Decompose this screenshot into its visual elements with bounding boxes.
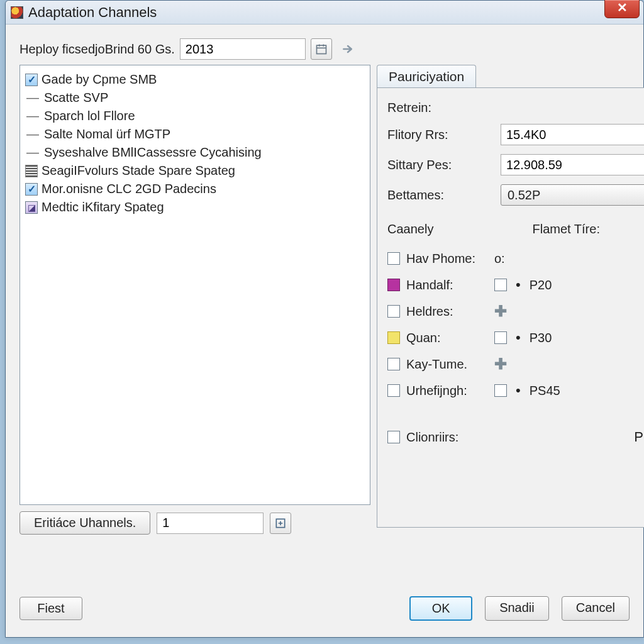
- flamet-tag: P20: [530, 278, 552, 292]
- list-item[interactable]: —Syseshalve BMlICassessre Cycahising: [24, 143, 366, 162]
- sittary-label: Sittary Pes:: [387, 158, 494, 172]
- item-checkbox[interactable]: [25, 201, 38, 214]
- year-input[interactable]: [180, 38, 306, 60]
- tree-branch-icon: —: [25, 127, 40, 142]
- clionriirs-checkbox[interactable]: [387, 431, 400, 443]
- caanely-label: Heldres:: [406, 304, 488, 319]
- caanely-checkbox[interactable]: [387, 305, 400, 318]
- caanely-label: Urhefijngh:: [406, 384, 488, 398]
- plus-icon[interactable]: ✚: [494, 303, 507, 320]
- flamet-checkbox[interactable]: [494, 384, 507, 397]
- svg-rect-0: [316, 45, 326, 53]
- caanely-checkbox[interactable]: [387, 331, 400, 344]
- close-button[interactable]: ✕: [604, 0, 640, 18]
- dialog-footer: Fiest OK Snadii Cancel: [6, 582, 643, 637]
- cancel-button[interactable]: Cancel: [562, 596, 630, 621]
- caanely-row: Urhefijngh:•PS45: [387, 377, 644, 404]
- bullet-icon: •: [516, 330, 521, 346]
- list-item-label: Gade by Cpme SMB: [42, 72, 157, 87]
- sittary-input[interactable]: [501, 154, 644, 175]
- clionriirs-label: Clionriirs:: [406, 430, 488, 445]
- retrein-label: Retrein:: [387, 101, 644, 115]
- top-row: Heploy ficsedjoBrind 60 Gs.: [19, 38, 630, 60]
- bettames-label: Bettames:: [387, 188, 494, 203]
- clionriirs-row: Clionriirs: PCTS: [387, 424, 644, 450]
- caanely-checkbox[interactable]: [387, 358, 400, 370]
- refresh-icon: [274, 517, 287, 530]
- dialog-window: Adaptation Channels ✕ Heploy ficsedjoBri…: [5, 0, 644, 638]
- main-columns: Gade by Cpme SMB—Scatte SVP—Sparch lol F…: [19, 65, 630, 575]
- row-bettames: Bettames: 0.52P: [387, 184, 644, 206]
- caanely-label: Hav Phome:: [406, 252, 488, 266]
- caanely-checkbox[interactable]: [387, 279, 400, 291]
- caanely-header-row: Caanely Flamet Tíre:: [387, 218, 644, 236]
- fiest-button[interactable]: Fiest: [19, 597, 82, 620]
- flitory-label: Flitory Rrs:: [387, 128, 494, 142]
- caanely-row: Hav Phome:o:: [387, 245, 644, 272]
- list-item[interactable]: Mor.onisne CLC 2GD Padecins: [24, 180, 366, 198]
- entice-channels-button[interactable]: Eritiáce Uhannels.: [19, 511, 150, 535]
- calendar-button[interactable]: [311, 38, 332, 60]
- app-icon: [11, 6, 23, 19]
- bullet-icon: •: [516, 277, 521, 293]
- tree-branch-icon: —: [25, 145, 40, 160]
- bettames-combo[interactable]: 0.52P: [501, 184, 644, 206]
- caanely-head: Caanely: [387, 222, 526, 236]
- bettames-value: 0.52P: [508, 188, 540, 203]
- calendar-icon: [315, 43, 328, 55]
- refresh-button[interactable]: [270, 513, 291, 534]
- list-item-label: Syseshalve BMlICassessre Cycahising: [44, 145, 262, 160]
- list-item-label: Medtic iKfitary Spateg: [42, 200, 164, 214]
- list-item[interactable]: —Salte Nomal ürf MGTP: [24, 125, 366, 143]
- bottom-left-row: Eritiáce Uhannels.: [19, 511, 370, 535]
- list-item-label: Mor.onisne CLC 2GD Padecins: [42, 182, 216, 196]
- go-button[interactable]: [337, 38, 358, 60]
- right-column: Pauriciyation Retrein: Flitory Rrs: Sitt…: [377, 65, 644, 575]
- close-icon: ✕: [617, 1, 628, 14]
- flitory-input[interactable]: [501, 124, 644, 145]
- flamet-tag: P30: [530, 331, 552, 345]
- list-item[interactable]: —Sparch lol Fllore: [24, 107, 366, 125]
- tree-branch-icon: —: [25, 91, 40, 105]
- snadii-button[interactable]: Snadii: [485, 596, 549, 621]
- ok-button[interactable]: OK: [409, 596, 472, 621]
- flamet-checkbox[interactable]: [494, 279, 507, 291]
- flamet-cell: ✚: [494, 355, 644, 373]
- left-column: Gade by Cpme SMB—Scatte SVP—Sparch lol F…: [19, 65, 370, 575]
- flamet-cell: •PS45: [494, 382, 644, 399]
- bullet-icon: •: [516, 382, 521, 399]
- flamet-checkbox[interactable]: [494, 331, 507, 344]
- list-item[interactable]: SeagiIFvolurs Stade Spare Spateg: [24, 162, 366, 180]
- window-title: Adaptation Channels: [28, 4, 157, 21]
- channel-list[interactable]: Gade by Cpme SMB—Scatte SVP—Sparch lol F…: [19, 65, 370, 505]
- row-flitory: Flitory Rrs:: [387, 124, 644, 145]
- flamet-cell: •P30: [494, 330, 644, 346]
- item-checkbox[interactable]: [25, 183, 38, 196]
- channel-count-input[interactable]: [157, 513, 264, 534]
- arrow-right-icon: [341, 43, 354, 55]
- flamet-cell: o:: [494, 252, 644, 266]
- caanely-checkbox[interactable]: [387, 384, 400, 397]
- flamet-cell: •P20: [494, 277, 644, 293]
- caanely-row: Heldres:✚: [387, 298, 644, 325]
- caanely-row: Quan:•P30: [387, 325, 644, 351]
- list-item[interactable]: Gade by Cpme SMB: [24, 70, 366, 89]
- tab-bar: Pauriciyation: [377, 65, 644, 88]
- tab-pauriciyation[interactable]: Pauriciyation: [377, 65, 476, 88]
- caanely-label: Handalf:: [406, 278, 488, 292]
- plus-icon[interactable]: ✚: [494, 355, 507, 373]
- list-item-label: Salte Nomal ürf MGTP: [44, 127, 170, 142]
- list-item[interactable]: —Scatte SVP: [24, 89, 366, 107]
- tree-branch-icon: —: [25, 109, 40, 123]
- properties-panel: Retrein: Flitory Rrs: Sittary Pes: Betta…: [377, 87, 644, 528]
- caanely-row: Kay-Tume.✚: [387, 351, 644, 377]
- list-item[interactable]: Medtic iKfitary Spateg: [24, 198, 366, 216]
- flamet-cell: ✚: [494, 303, 644, 320]
- flamet-head: Flamet Tíre:: [533, 222, 645, 236]
- caanely-row: Handalf:•P20: [387, 272, 644, 298]
- content-area: Heploy ficsedjoBrind 60 Gs. Gade by Cpme…: [6, 25, 643, 582]
- caanely-checkbox[interactable]: [387, 252, 400, 265]
- caanely-label: Quan:: [406, 331, 488, 345]
- flamet-text: o:: [494, 252, 505, 266]
- item-checkbox[interactable]: [25, 74, 38, 86]
